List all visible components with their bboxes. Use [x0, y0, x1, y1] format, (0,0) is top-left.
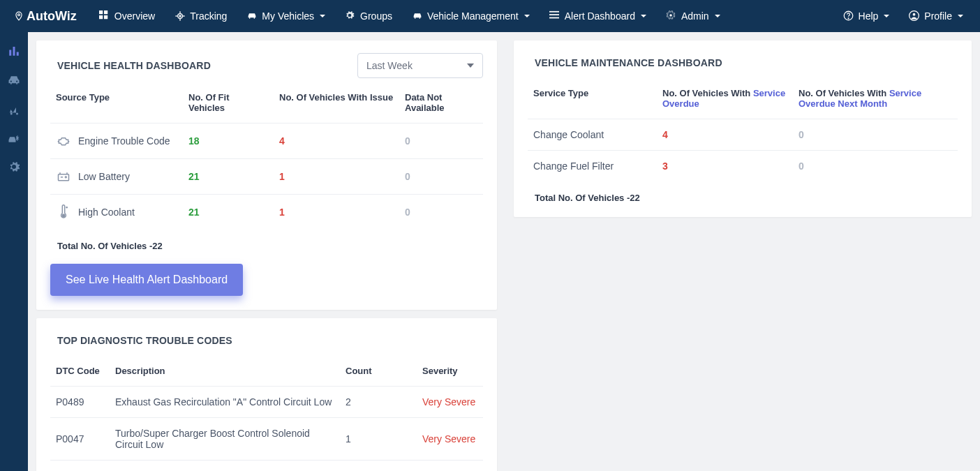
- vehicle-maintenance-title: VEHICLE MAINTENANCE DASHBOARD: [528, 53, 958, 78]
- chevron-down-icon: [958, 15, 963, 17]
- th-next: No. Of Vehicles With Service Overdue Nex…: [793, 78, 958, 119]
- nav-help[interactable]: Help: [833, 0, 900, 32]
- chevron-down-icon: [524, 15, 530, 17]
- time-range-select[interactable]: Last Week: [357, 53, 483, 78]
- engine-icon: [56, 133, 71, 149]
- table-row: Change Coolant40: [528, 119, 958, 151]
- nav-groups[interactable]: Groups: [335, 0, 402, 32]
- time-range-value: Last Week: [366, 60, 413, 71]
- dtc-title: TOP DIAGNOSTIC TROUBLE CODES: [50, 331, 483, 356]
- svg-point-24: [10, 113, 13, 115]
- svg-rect-11: [549, 11, 559, 13]
- top-navbar: AutoWiz Overview Tracking My Vehicles Gr…: [0, 0, 980, 32]
- dtc-desc: Turbo/Super Charger Boost Control Soleno…: [110, 418, 340, 461]
- overdue-count[interactable]: 3: [662, 160, 668, 172]
- car-icon: [412, 10, 423, 22]
- sidebar-crash[interactable]: [0, 133, 28, 144]
- health-total: Total No. Of Vehicles -22: [50, 230, 483, 251]
- dtc-desc: Exhaust Gas Recirculation "A" Control Ci…: [110, 387, 340, 418]
- source-label: Engine Trouble Code: [78, 135, 170, 147]
- table-row: Engine Trouble Code1840: [50, 124, 483, 159]
- service-type: Change Fuel Filter: [528, 151, 657, 182]
- brand-logo[interactable]: AutoWiz: [0, 9, 89, 24]
- crash-icon: [7, 133, 21, 144]
- svg-rect-1: [99, 10, 103, 14]
- nav-items-right: Help Profile: [833, 0, 973, 32]
- nav-tracking[interactable]: Tracking: [165, 0, 237, 32]
- brand-text: AutoWiz: [27, 9, 77, 24]
- dtc-severity: Very Severe: [422, 396, 475, 408]
- th-dtc-count: Count: [340, 356, 417, 387]
- vehicle-health-title: VEHICLE HEALTH DASHBOARD: [50, 56, 211, 75]
- sidebar-dashboard[interactable]: [0, 45, 28, 57]
- battery-icon: [56, 169, 71, 184]
- svg-point-10: [179, 15, 181, 17]
- help-icon: [843, 10, 854, 22]
- issue-count[interactable]: 1: [279, 171, 285, 182]
- svg-rect-28: [59, 174, 69, 181]
- vehicle-maintenance-card: VEHICLE MAINTENANCE DASHBOARD Service Ty…: [514, 40, 972, 217]
- dtc-count: 2: [340, 387, 417, 418]
- th-dtc-desc: Description: [110, 356, 340, 387]
- svg-point-22: [10, 81, 12, 82]
- issue-count[interactable]: 4: [279, 135, 285, 147]
- svg-rect-21: [17, 52, 19, 56]
- chevron-down-icon: [320, 15, 325, 17]
- overdue-count[interactable]: 4: [662, 129, 668, 140]
- list-icon: [549, 10, 560, 22]
- nav-vehicle-management[interactable]: Vehicle Management: [402, 0, 540, 32]
- th-dtc-sev: Severity: [417, 356, 483, 387]
- svg-point-16: [848, 18, 849, 19]
- live-health-alert-button[interactable]: See Live Health Alert Dashboard: [50, 264, 243, 296]
- nav-my-vehicles[interactable]: My Vehicles: [237, 0, 335, 32]
- svg-point-34: [62, 214, 64, 216]
- th-overdue: No. Of Vehicles With Service Overdue: [657, 78, 793, 119]
- th-fit: No. Of Fit Vehicles: [183, 82, 274, 124]
- table-row: P0489Exhaust Gas Recirculation "A" Contr…: [50, 387, 483, 418]
- sidebar-tow[interactable]: [0, 103, 28, 116]
- bar-chart-icon: [8, 45, 20, 57]
- nav-admin[interactable]: Admin: [656, 0, 730, 32]
- th-source: Source Type: [50, 82, 183, 124]
- table-row: P07844-5 Shift Malfunction1Severe: [50, 461, 483, 472]
- dtc-code: P0047: [50, 418, 110, 461]
- fit-count[interactable]: 21: [188, 207, 200, 218]
- target-icon: [175, 10, 186, 22]
- svg-rect-3: [99, 15, 103, 19]
- main-content: VEHICLE HEALTH DASHBOARD Last Week Sourc…: [28, 32, 980, 471]
- gear-icon: [8, 160, 20, 173]
- nav-alert-dashboard[interactable]: Alert Dashboard: [540, 0, 656, 32]
- th-dtc-code: DTC Code: [50, 356, 110, 387]
- dtc-severity: Very Severe: [422, 433, 475, 444]
- chevron-down-icon: [467, 63, 474, 68]
- car-front-icon: [7, 74, 21, 87]
- fit-count[interactable]: 21: [188, 171, 200, 182]
- sidebar-settings[interactable]: [0, 160, 28, 173]
- service-type: Change Coolant: [528, 119, 657, 151]
- svg-rect-20: [13, 47, 15, 56]
- chevron-down-icon: [641, 15, 646, 17]
- grid-icon: [99, 10, 110, 22]
- svg-rect-13: [549, 17, 559, 19]
- car-icon: [246, 10, 258, 22]
- na-count: 0: [405, 171, 410, 182]
- th-issue: No. Of Vehicles With Issue: [274, 82, 399, 124]
- issue-count[interactable]: 1: [279, 207, 285, 218]
- fit-count[interactable]: 18: [188, 135, 200, 147]
- nav-overview[interactable]: Overview: [89, 0, 165, 32]
- overdue-next-count: 0: [799, 129, 804, 140]
- tow-icon: [8, 103, 20, 116]
- na-count: 0: [405, 135, 410, 147]
- table-row: Low Battery2110: [50, 159, 483, 195]
- dtc-card: TOP DIAGNOSTIC TROUBLE CODES DTC Code De…: [36, 318, 497, 471]
- na-count: 0: [405, 207, 410, 218]
- overdue-next-count: 0: [799, 160, 804, 172]
- dtc-code: P0784: [50, 461, 110, 472]
- dtc-count: 1: [340, 461, 417, 472]
- nav-profile[interactable]: Profile: [899, 0, 973, 32]
- svg-point-25: [16, 113, 18, 115]
- vehicle-health-table: Source Type No. Of Fit Vehicles No. Of V…: [50, 82, 483, 230]
- sidebar-vehicle[interactable]: [0, 74, 28, 87]
- source-label: High Coolant: [78, 207, 135, 218]
- dtc-count: 1: [340, 418, 417, 461]
